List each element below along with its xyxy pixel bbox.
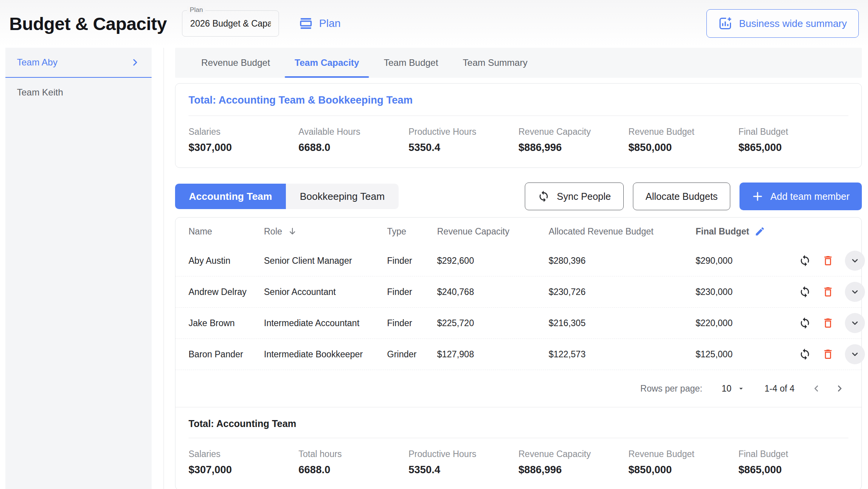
col-header-role[interactable]: Role [264,226,387,237]
tab-revenue-budget[interactable]: Revenue Budget [189,48,282,78]
cell-type: Finder [387,287,437,297]
tab-team-capacity[interactable]: Team Capacity [282,48,372,78]
row-delete-icon[interactable] [822,348,834,360]
row-expand-chevron-icon[interactable] [845,282,865,302]
cell-name: Andrew Delray [189,287,264,297]
cell-allocated-revenue-budget: $230,726 [549,287,696,297]
cell-allocated-revenue-budget: $280,396 [549,256,696,266]
table-row: Jake Brown Intermediate Accountant Finde… [175,308,861,339]
cell-allocated-revenue-budget: $216,305 [549,318,696,328]
row-sync-icon[interactable] [799,317,811,329]
table-row: Aby Austin Senior Client Manager Finder … [175,245,861,276]
controls-row: Accounting Team Bookkeeping Team Sync Pe… [175,183,862,210]
row-delete-icon[interactable] [822,255,834,267]
row-sync-icon[interactable] [799,255,811,267]
sort-desc-arrow-icon [287,226,297,236]
team-total-stats: Salaries $307,000 Total hours 6688.0 Pro… [175,438,861,489]
prev-page-icon[interactable] [811,383,821,394]
cell-type: Finder [387,318,437,328]
stat-revenue-budget: Revenue Budget $850,000 [628,449,738,476]
cell-final-budget: $290,000 [696,256,799,266]
stat-revenue-capacity: Revenue Capacity $886,996 [519,449,629,476]
row-delete-icon[interactable] [822,317,834,329]
stat-final-budget: Final Budget $865,000 [738,449,848,476]
cell-revenue-capacity: $127,908 [437,349,549,360]
toggle-bookkeeping-team[interactable]: Bookkeeping Team [286,184,399,209]
table-pagination: Rows per page: 10 1-4 of 4 [175,370,861,407]
plan-button[interactable]: Plan [299,17,341,30]
cell-type: Grinder [387,349,437,360]
sidebar-item-team-aby[interactable]: Team Aby [5,48,152,78]
row-expand-chevron-icon[interactable] [845,251,865,271]
grand-total-title: Total: Accounting Team & Bookkeeping Tea… [175,84,861,116]
plan-field-label: Plan [187,6,205,14]
cell-revenue-capacity: $240,768 [437,287,549,297]
stat-revenue-capacity: Revenue Capacity $886,996 [519,127,629,154]
cell-allocated-revenue-budget: $122,573 [549,349,696,360]
allocate-budgets-label: Allocate Budgets [646,191,718,202]
allocate-budgets-button[interactable]: Allocate Budgets [633,183,731,210]
col-header-label: Role [264,226,282,237]
table-actions: Sync People Allocate Budgets Add team me… [525,183,862,210]
plus-icon [752,191,763,202]
add-team-member-label: Add team member [770,191,850,202]
sync-people-button[interactable]: Sync People [525,183,623,210]
toggle-label: Bookkeeping Team [300,191,385,203]
caret-down-icon [737,384,745,393]
sidebar-item-team-keith[interactable]: Team Keith [5,78,152,107]
row-delete-icon[interactable] [822,286,834,298]
table-row: Baron Pander Intermediate Bookkeeper Gri… [175,339,861,370]
row-expand-chevron-icon[interactable] [845,344,865,364]
add-team-member-button[interactable]: Add team member [739,183,862,210]
sync-people-label: Sync People [557,191,611,202]
col-header-label: Final Budget [696,226,749,237]
team-members-table: Name Role Type Revenue Capacity Allocate… [175,217,862,489]
toggle-accounting-team[interactable]: Accounting Team [175,184,286,209]
row-sync-icon[interactable] [799,348,811,360]
chevron-right-icon [130,57,140,67]
col-header-final-budget: Final Budget [696,226,799,237]
pagination-range: 1-4 of 4 [765,383,795,394]
cell-revenue-capacity: $292,600 [437,256,549,266]
col-header-allocated-revenue-budget: Allocated Revenue Budget [549,226,696,237]
plan-field-value: 2026 Budget & Capa... [190,18,271,29]
next-page-icon[interactable] [835,383,845,394]
cell-role: Senior Client Manager [264,256,387,266]
team-sidebar: Team Aby Team Keith [5,48,152,489]
sidebar-item-label: Team Keith [17,87,63,98]
col-header-revenue-capacity: Revenue Capacity [437,226,549,237]
rows-per-page-label: Rows per page: [640,383,702,394]
tab-team-summary[interactable]: Team Summary [451,48,540,78]
col-header-name: Name [189,226,264,237]
tab-label: Team Budget [384,57,438,68]
stat-salaries: Salaries $307,000 [189,127,299,154]
stat-productive-hours: Productive Hours 5350.4 [409,449,519,476]
tab-label: Team Capacity [295,57,359,68]
stat-total-hours: Total hours 6688.0 [299,449,409,476]
tab-team-budget[interactable]: Team Budget [371,48,450,78]
page-title: Budget & Capacity [9,13,167,34]
cell-final-budget: $125,000 [696,349,799,360]
row-expand-chevron-icon[interactable] [845,313,865,333]
sync-icon [537,190,550,203]
table-header-row: Name Role Type Revenue Capacity Allocate… [175,218,861,245]
cell-name: Aby Austin [189,256,264,266]
stat-revenue-budget: Revenue Budget $850,000 [628,127,738,154]
plan-select-field[interactable]: Plan 2026 Budget & Capa... [182,10,279,37]
grand-total-card: Total: Accounting Team & Bookkeeping Tea… [175,83,862,168]
edit-final-budget-icon[interactable] [754,226,765,237]
cell-role: Senior Accountant [264,287,387,297]
row-sync-icon[interactable] [799,286,811,298]
cell-role: Intermediate Accountant [264,318,387,328]
stat-available-hours: Available Hours 6688.0 [299,127,409,154]
rows-per-page-select[interactable]: 10 [719,383,748,394]
col-header-type: Type [387,226,437,237]
cell-type: Finder [387,256,437,266]
stat-final-budget: Final Budget $865,000 [738,127,848,154]
cell-role: Intermediate Bookkeeper [264,349,387,360]
top-bar: Budget & Capacity Plan 2026 Budget & Cap… [0,0,868,47]
team-total-section: Total: Accounting Team Salaries $307,000… [175,407,861,489]
plan-rows-icon [299,17,313,30]
cell-final-budget: $220,000 [696,318,799,328]
business-wide-summary-button[interactable]: Business wide summary [706,9,859,38]
